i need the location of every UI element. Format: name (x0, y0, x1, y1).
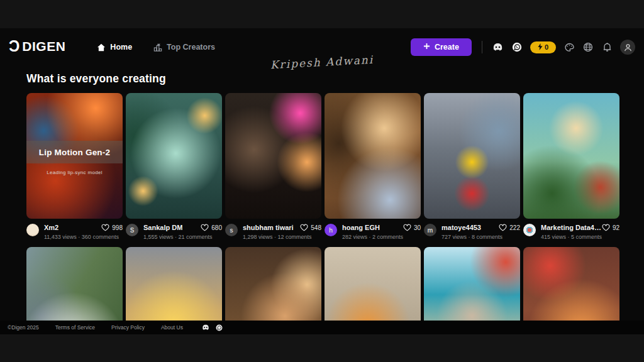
creation-thumbnail[interactable] (424, 247, 520, 321)
like-count: 92 (613, 224, 619, 231)
card-meta: h hoang EGH 30 282 views · 2 comments (325, 224, 421, 240)
creator-name[interactable]: matoye4453 (441, 224, 481, 231)
nav-top-creators-label: Top Creators (167, 43, 215, 52)
like-count: 222 (509, 224, 520, 231)
page-title: What is everyone creating (26, 72, 166, 85)
feature-title: Lip Motion Gen-2 (39, 148, 110, 157)
footer-link-terms[interactable]: Terms of Service (55, 324, 95, 331)
like-button[interactable]: 30 (403, 224, 421, 231)
card-stats: 415 views · 5 comments (541, 234, 619, 240)
creator-avatar[interactable]: S (126, 224, 138, 236)
home-icon (97, 43, 106, 52)
page: Ɔ DIGEN Home Top Creators (0, 0, 644, 362)
nav-links: Home Top Creators (97, 43, 215, 52)
creation-thumbnail[interactable] (523, 93, 619, 219)
creator-avatar[interactable]: h (325, 224, 337, 236)
discord-icon[interactable] (202, 324, 209, 331)
card-meta: S Sankalp DM 680 1,555 views · 21 commen… (126, 224, 222, 240)
creation-card: S Sankalp DM 680 1,555 views · 21 commen… (126, 93, 222, 240)
creations-row-1: Lip Motion Gen-2 Leading lip-sync model … (26, 93, 619, 240)
divider (482, 41, 482, 53)
like-count: 548 (311, 224, 321, 231)
creation-thumbnail[interactable] (325, 247, 421, 321)
credits-badge[interactable]: 0 (530, 41, 556, 53)
creator-avatar[interactable] (523, 224, 536, 236)
card-stats: 727 views · 8 comments (441, 234, 520, 240)
creation-thumbnail[interactable]: Lip Motion Gen-2 Leading lip-sync model (26, 93, 123, 219)
like-button[interactable]: 548 (300, 224, 321, 231)
like-button[interactable]: 92 (602, 224, 619, 231)
credits-count: 0 (545, 43, 548, 51)
feature-subtitle: Leading lip-sync model (26, 170, 123, 175)
creation-thumbnail[interactable] (126, 93, 222, 219)
footer-link-privacy[interactable]: Privacy Policy (111, 324, 145, 331)
heart-icon (101, 224, 109, 231)
like-count: 998 (112, 224, 123, 231)
like-button[interactable]: 222 (499, 224, 520, 231)
creation-thumbnail[interactable] (225, 93, 321, 219)
creation-thumbnail[interactable] (126, 247, 222, 321)
avatar-initial: S (130, 227, 135, 234)
heart-icon (403, 224, 411, 231)
copyright-text: ©Digen 2025 (8, 324, 39, 331)
create-button[interactable]: Create (411, 38, 472, 56)
brand-logo[interactable]: Ɔ DIGEN (9, 39, 65, 54)
creator-info: matoye4453 222 727 views · 8 comments (441, 224, 520, 240)
user-avatar[interactable] (620, 40, 635, 55)
creation-card: h hoang EGH 30 282 views · 2 comments (325, 93, 421, 240)
content-area: Ɔ DIGEN Home Top Creators (0, 28, 644, 334)
creation-thumbnail[interactable] (325, 93, 421, 219)
creator-info: hoang EGH 30 282 views · 2 comments (342, 224, 421, 240)
whatsapp-icon[interactable] (511, 41, 523, 53)
avatar-initial: m (428, 227, 433, 234)
creation-card: m matoye4453 222 727 views · 8 comments (424, 93, 520, 240)
footer-link-about[interactable]: About Us (161, 324, 183, 331)
nav-home-label: Home (110, 43, 132, 52)
creator-avatar[interactable] (26, 224, 39, 236)
podium-icon (153, 43, 162, 52)
card-meta: Marketing Data4s... 92 415 views · 5 com… (523, 224, 619, 240)
creator-avatar[interactable]: m (424, 224, 436, 236)
creator-name[interactable]: Xm2 (44, 224, 58, 231)
creator-info: Sankalp DM 680 1,555 views · 21 comments (143, 224, 222, 240)
whatsapp-icon[interactable] (216, 324, 223, 331)
discord-icon[interactable] (492, 41, 504, 53)
creation-card: s shubham tiwari 548 1,298 views · 12 co… (225, 93, 321, 240)
palette-icon[interactable] (564, 41, 575, 53)
creation-thumbnail[interactable] (523, 247, 619, 321)
creation-card: Lip Motion Gen-2 Leading lip-sync model … (26, 93, 123, 240)
plus-icon (423, 43, 430, 52)
notifications-bell-icon[interactable] (601, 41, 613, 53)
creator-name[interactable]: Sankalp DM (143, 224, 182, 231)
card-stats: 282 views · 2 comments (342, 234, 421, 240)
creation-thumbnail[interactable] (225, 247, 321, 321)
nav-home[interactable]: Home (97, 43, 132, 52)
like-count: 30 (414, 224, 421, 231)
heart-icon (602, 224, 610, 231)
creator-name[interactable]: Marketing Data4s... (541, 224, 601, 231)
navbar-actions: Create (411, 38, 635, 56)
like-button[interactable]: 998 (101, 224, 123, 231)
create-button-label: Create (435, 43, 459, 52)
heart-icon (300, 224, 308, 231)
heart-icon (499, 224, 507, 231)
bolt-icon (538, 43, 543, 52)
brand-name: DIGEN (22, 39, 65, 54)
card-stats: 1,298 views · 12 comments (243, 234, 321, 240)
card-stats: 11,433 views · 360 comments (44, 234, 123, 240)
creation-thumbnail[interactable] (424, 93, 520, 219)
creation-thumbnail[interactable] (26, 247, 123, 321)
creator-name[interactable]: shubham tiwari (243, 224, 294, 231)
creator-name[interactable]: hoang EGH (342, 224, 380, 231)
globe-icon[interactable] (582, 41, 594, 53)
card-meta: s shubham tiwari 548 1,298 views · 12 co… (225, 224, 321, 240)
card-meta: Xm2 998 11,433 views · 360 comments (26, 224, 123, 240)
avatar-initial: h (329, 227, 333, 234)
nav-top-creators[interactable]: Top Creators (153, 43, 215, 52)
brand-glyph-icon: Ɔ (9, 38, 19, 54)
card-meta: m matoye4453 222 727 views · 8 comments (424, 224, 520, 240)
like-button[interactable]: 680 (201, 224, 222, 231)
navbar: Ɔ DIGEN Home Top Creators (0, 28, 644, 60)
creator-info: Xm2 998 11,433 views · 360 comments (44, 224, 123, 240)
creator-avatar[interactable]: s (225, 224, 238, 236)
